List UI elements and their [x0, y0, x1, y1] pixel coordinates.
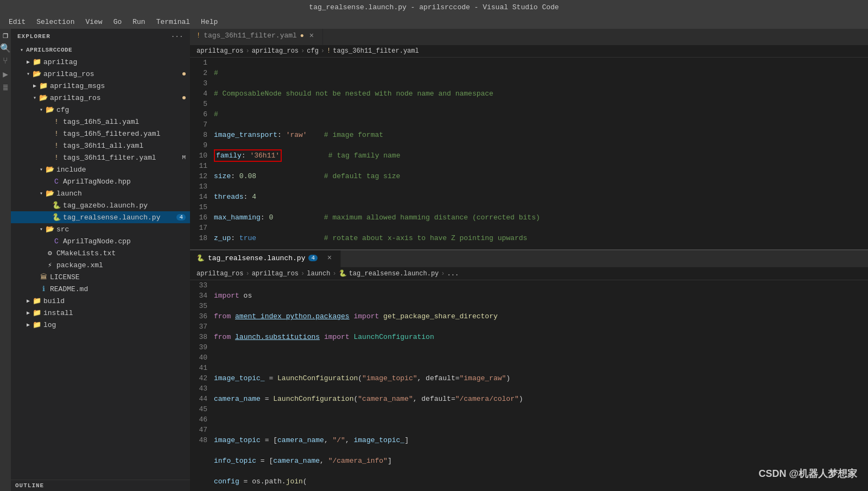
title-text: tag_realsense.launch.py - aprilsrccode -… — [309, 3, 559, 11]
sidebar-item-log[interactable]: ▶ 📁 log — [11, 319, 190, 331]
folder-name: cfg — [56, 106, 69, 114]
sidebar-item-aprilsrccode[interactable]: ▾ APRILSRCCODE — [11, 44, 190, 56]
menu-bar: Edit Selection View Go Run Terminal Help — [0, 15, 868, 29]
file-name: AprilTagNode.hpp — [63, 178, 131, 186]
sidebar-item-apriltagnode-hpp[interactable]: ▶ C AprilTagNode.hpp — [11, 175, 190, 187]
tab-close-button[interactable]: × — [307, 32, 316, 40]
folder-open-icon: 📂 — [46, 189, 54, 198]
tab-yaml[interactable]: ! tags_36h11_filter.yaml ● × — [190, 29, 323, 45]
source-control-icon[interactable]: ⑂ — [1, 57, 10, 66]
outline-header[interactable]: OUTLINE — [11, 480, 190, 491]
folder-name: apriltag_ros — [43, 70, 94, 78]
modified-label: M — [182, 154, 186, 161]
search-icon[interactable]: 🔍 — [1, 44, 10, 53]
bc-py-filename: tag_realsense.launch.py — [349, 270, 439, 278]
bottom-breadcrumb: apriltag_ros › apriltag_ros › launch › 🐍… — [190, 267, 868, 280]
bc-ellipsis: ... — [447, 270, 459, 278]
sidebar-item-tag-realsense[interactable]: ▶ 🐍 tag_realsense.launch.py 4 — [11, 211, 190, 223]
extensions-icon[interactable]: ≣ — [1, 83, 10, 92]
folder-icon: 📁 — [33, 320, 41, 329]
sidebar-item-launch[interactable]: ▾ 📂 launch — [11, 187, 190, 199]
bottom-tabs-bar: 🐍 tag_realsense.launch.py 4 × — [190, 250, 868, 267]
menu-terminal[interactable]: Terminal — [152, 17, 194, 27]
chevron-right-icon: ▶ — [24, 320, 33, 329]
top-tabs-bar: ! tags_36h11_filter.yaml ● × — [190, 29, 868, 45]
outline-label: OUTLINE — [15, 482, 44, 489]
sidebar-item-tags-36h11-all[interactable]: ▶ ! tags_36h11_all.yaml — [11, 140, 190, 152]
bc-apriltag-ros: apriltag_ros — [197, 270, 243, 278]
sidebar-item-cfg[interactable]: ▾ 📂 cfg — [11, 104, 190, 116]
file-name: tags_36h11_all.yaml — [63, 142, 143, 150]
menu-go[interactable]: Go — [109, 17, 126, 27]
sidebar-item-apriltag-msgs[interactable]: ▶ 📁 apriltag_msgs — [11, 80, 190, 92]
tab-py[interactable]: 🐍 tag_realsense.launch.py 4 × — [190, 250, 341, 267]
sidebar-item-apriltag-ros[interactable]: ▾ 📂 apriltag_ros — [11, 68, 190, 80]
folder-name: include — [56, 166, 86, 174]
chevron-right-icon: ▶ — [24, 297, 33, 305]
sidebar-item-apriltagnode-cpp[interactable]: ▶ C AprilTagNode.cpp — [11, 235, 190, 247]
folder-name: apriltag_ros — [50, 94, 101, 102]
chevron-down-icon: ▾ — [37, 225, 46, 234]
chevron-down-icon: ▾ — [37, 189, 46, 198]
top-code-area[interactable]: 1 2 3 4 5 6 7 8 9 10 11 12 13 14 15 16 1 — [190, 58, 868, 249]
folder-name: apriltag — [43, 58, 77, 66]
run-icon[interactable]: ▶ — [1, 70, 10, 79]
modified-indicator — [182, 96, 186, 99]
sidebar-item-cmakelists[interactable]: ▶ ⚙ CMakeLists.txt — [11, 247, 190, 259]
menu-selection[interactable]: Selection — [32, 17, 79, 27]
py-icon: 🐍 — [52, 213, 61, 222]
folder-name: build — [43, 297, 65, 305]
sidebar-item-tags-16h5-filtered[interactable]: ▶ ! tags_16h5_filtered.yaml — [11, 128, 190, 140]
bottom-line-numbers: 33 34 35 36 37 38 39 40 41 42 43 44 45 4… — [190, 280, 212, 491]
bc-cfg: cfg — [307, 47, 319, 55]
bottom-code-area[interactable]: 33 34 35 36 37 38 39 40 41 42 43 44 45 4… — [190, 280, 868, 491]
menu-edit[interactable]: Edit — [4, 17, 30, 27]
file-name: tags_16h5_filtered.yaml — [63, 130, 160, 138]
folder-icon: 📁 — [33, 309, 41, 317]
tab-modified-dot: ● — [300, 32, 304, 40]
tab-label: tags_36h11_filter.yaml — [204, 32, 297, 40]
sidebar-item-include[interactable]: ▾ 📂 include — [11, 163, 190, 175]
sidebar-item-license[interactable]: ▶ 🏛 LICENSE — [11, 271, 190, 283]
chevron-down-icon: ▾ — [30, 93, 39, 102]
sidebar-item-package-xml[interactable]: ▶ ⚡ package.xml — [11, 259, 190, 271]
sidebar-menu-icon[interactable]: ··· — [171, 33, 183, 40]
bc-apriltag-ros2: apriltag_ros — [252, 47, 299, 55]
sidebar-item-readme[interactable]: ▶ ℹ README.md — [11, 283, 190, 295]
explorer-icon[interactable]: ❐ — [1, 31, 10, 40]
bc-yaml-icon: ! — [327, 47, 331, 55]
bc-apriltag-ros: apriltag_ros — [197, 47, 243, 55]
folder-icon: 📁 — [33, 297, 41, 305]
sidebar-item-apriltag[interactable]: ▶ 📁 apriltag — [11, 56, 190, 68]
file-name: CMakeLists.txt — [56, 249, 116, 257]
sidebar-item-apriltag-ros-inner[interactable]: ▾ 📂 apriltag_ros — [11, 92, 190, 104]
folder-open-icon: 📂 — [46, 165, 54, 174]
title-bar: tag_realsense.launch.py - aprilsrccode -… — [0, 0, 868, 15]
explorer-label: EXPLORER — [17, 33, 50, 40]
sidebar-item-tag-gazebo[interactable]: ▶ 🐍 tag_gazebo.launch.py — [11, 199, 190, 211]
yaml-icon: ! — [52, 117, 61, 126]
sidebar-item-tags-16h5-all[interactable]: ▶ ! tags_16h5_all.yaml — [11, 116, 190, 128]
tab-close-button[interactable]: × — [325, 254, 334, 262]
bc-launch: launch — [307, 270, 330, 278]
yaml-file-icon: ! — [197, 32, 200, 40]
cpp-header-icon: C — [52, 177, 61, 186]
menu-help[interactable]: Help — [197, 17, 222, 27]
folder-open-icon: 📂 — [33, 70, 41, 78]
chevron-right-icon: ▶ — [24, 309, 33, 317]
top-pane: ! tags_36h11_filter.yaml ● × apriltag_ro… — [190, 29, 868, 250]
top-code-content: # # ComposableNode should not be nested … — [212, 58, 868, 249]
sidebar-item-install[interactable]: ▶ 📁 install — [11, 307, 190, 319]
chevron-right-icon: ▶ — [30, 81, 39, 90]
sidebar-item-tags-36h11-filter[interactable]: ▶ ! tags_36h11_filter.yaml M — [11, 152, 190, 163]
menu-view[interactable]: View — [81, 17, 106, 27]
sidebar: EXPLORER ··· ▾ APRILSRCCODE ▶ 📁 apriltag… — [11, 29, 190, 491]
tab-label: tag_realsense.launch.py — [208, 254, 305, 262]
menu-run[interactable]: Run — [128, 17, 149, 27]
md-icon: ℹ — [39, 285, 48, 293]
folder-open-icon: 📂 — [46, 105, 54, 114]
sidebar-item-src[interactable]: ▾ 📂 src — [11, 223, 190, 235]
yaml-icon: ! — [52, 153, 61, 162]
sidebar-item-build[interactable]: ▶ 📁 build — [11, 295, 190, 307]
folder-open-icon: 📂 — [39, 93, 48, 102]
